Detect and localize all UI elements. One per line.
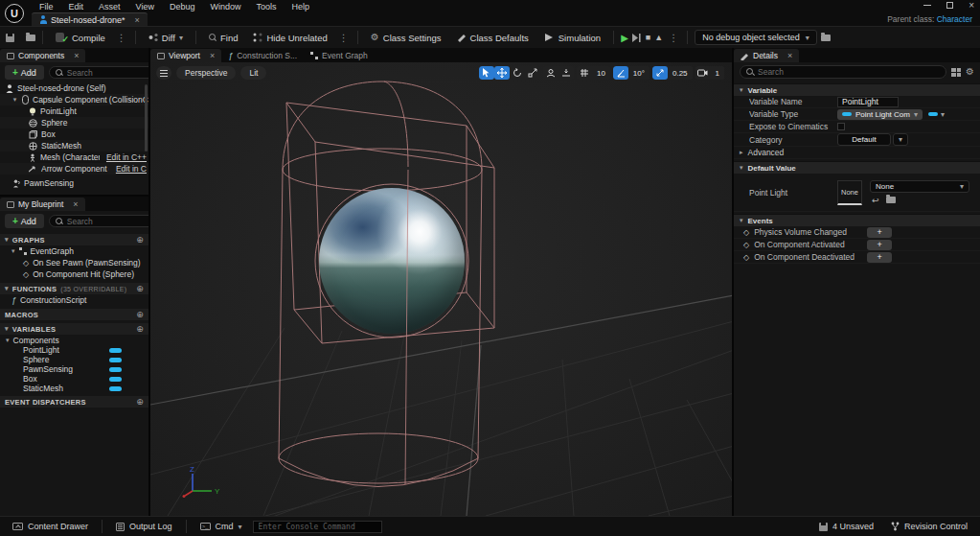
close-icon[interactable]: × [969,2,974,9]
menu-asset[interactable]: Asset [92,2,127,12]
construction-script-row[interactable]: ƒ ConstructionScript [0,294,148,306]
browse-asset-icon[interactable] [26,35,35,41]
myblueprint-search[interactable] [49,215,148,227]
tree-row-capsule[interactable]: ▾ Capsule Component (CollisionCylinde [0,94,148,105]
revision-control-button[interactable]: Revision Control [884,520,974,533]
stop-button[interactable]: ■ [646,33,650,42]
tab-construction-script[interactable]: ƒ Construction S... [221,49,304,62]
category-select[interactable]: Default [837,133,891,146]
macros-section-header[interactable]: MACROS ⊕ [0,309,148,320]
add-variable-icon[interactable]: ⊕ [136,324,144,334]
myblueprint-search-input[interactable] [67,217,148,226]
variable-row-sphere[interactable]: Sphere [0,355,148,364]
edit-in-cpp-link[interactable]: Edit in C++ [106,152,147,162]
variables-section-header[interactable]: ▾ VARIABLES ⊕ [0,323,148,335]
variable-row-pointlight[interactable]: PointLight [0,345,148,355]
components-scrollbar[interactable] [145,84,148,151]
tab-components[interactable]: Components × [0,49,85,62]
camera-speed-icon[interactable] [695,66,711,80]
tab-viewport[interactable]: Viewport × [150,49,221,62]
cmd-dropdown[interactable]: >_ Cmd ▾ [194,520,249,533]
menu-tools[interactable]: Tools [249,2,283,12]
asset-thumbnail[interactable]: None [837,180,862,205]
menu-file[interactable]: File [33,2,60,12]
add-graph-icon[interactable]: ⊕ [136,235,144,245]
details-search-input[interactable] [758,67,940,77]
class-defaults-button[interactable]: Class Defaults [451,31,535,45]
output-log-button[interactable]: Output Log [109,520,179,533]
graph-event-row[interactable]: ◇ On See Pawn (PawnSensing) [0,257,148,268]
select-tool-button[interactable] [479,66,494,80]
event-dispatchers-section-header[interactable]: EVENT DISPATCHERS ⊕ [0,396,148,408]
debug-browse-icon[interactable] [821,35,831,41]
browse-to-asset-icon[interactable] [886,197,896,203]
world-local-toggle-icon[interactable] [543,66,558,80]
find-button[interactable]: Find [203,31,243,45]
variable-row-pawnsensing[interactable]: PawnSensing [0,364,148,374]
collapse-icon[interactable]: ▾ [6,337,10,344]
default-value-section-header[interactable]: ▾ Default Value [734,161,980,174]
tab-details[interactable]: Details × [734,49,799,62]
eject-button[interactable]: ▲ [654,33,663,42]
lit-button[interactable]: Lit [240,66,266,80]
add-event-dispatcher-icon[interactable]: ⊕ [136,397,144,407]
variable-name-input[interactable] [837,97,899,107]
tree-row-box[interactable]: Box [0,128,148,140]
tree-row-pawnsensing[interactable]: PawnSensing [0,177,148,189]
chevron-down-icon[interactable]: ▾ [941,110,945,119]
parent-class-link[interactable]: Character [937,14,972,24]
minimize-icon[interactable] [923,5,931,6]
diff-button[interactable]: Diff▾ [143,31,189,45]
advanced-row[interactable]: ▸ Advanced [734,147,980,159]
add-macro-icon[interactable]: ⊕ [136,310,144,319]
sphere-mesh[interactable] [319,188,465,334]
unsaved-button[interactable]: 4 Unsaved [812,520,880,533]
hide-unrelated-button[interactable]: Hide Unrelated [247,31,332,45]
menu-edit[interactable]: Edit [62,2,91,12]
compile-options-icon[interactable]: ⋮ [115,33,128,43]
expander-icon[interactable]: ▾ [11,96,18,104]
scale-snap-value[interactable]: 0.25 [668,66,693,80]
variable-row-box[interactable]: Box [0,374,148,384]
eventgraph-row[interactable]: ▾ EventGraph [0,245,148,257]
tree-row-sphere[interactable]: Sphere [0,117,148,128]
maximize-icon[interactable] [946,2,953,9]
console-command-input[interactable] [253,521,382,533]
collapse-icon[interactable]: ▾ [11,247,15,255]
scale-tool-button[interactable] [525,66,540,80]
tree-row-mesh[interactable]: Mesh (CharacterMesh0) Edit in C++ [0,151,148,163]
frame-skip-button[interactable] [632,34,642,42]
menu-window[interactable]: Window [203,2,247,12]
myblueprint-tab-close-icon[interactable]: × [73,199,78,209]
edit-in-cpp-link[interactable]: Edit in C [116,164,147,174]
tree-row-staticmesh[interactable]: StaticMesh [0,140,148,151]
grid-snap-value[interactable]: 10 [592,66,610,80]
add-event-button[interactable]: + [867,227,892,238]
use-selected-asset-icon[interactable]: ↩ [872,196,879,205]
viewport-canvas[interactable]: Perspective Lit [150,62,732,516]
class-settings-button[interactable]: ⚙ Class Settings [365,31,447,45]
events-section-header[interactable]: ▾ Events [734,214,980,226]
variable-type-select[interactable]: Point Light Com ▾ [837,109,923,120]
container-type-pill-icon[interactable] [928,112,938,116]
grid-snap-icon[interactable] [577,66,592,80]
menu-help[interactable]: Help [285,2,316,12]
details-search[interactable] [740,65,946,79]
add-component-button[interactable]: + Add [5,65,44,80]
tab-event-graph[interactable]: Event Graph [304,49,375,62]
rotate-tool-button[interactable] [510,66,525,80]
compile-button[interactable]: ✓ Compile [50,30,111,45]
asset-tab[interactable]: Steel-nosed-drone* × [32,12,148,26]
viewport-menu-icon[interactable] [156,66,171,80]
simulation-button[interactable]: Simulation [538,31,606,45]
add-event-button[interactable]: + [867,240,892,250]
camera-speed-value[interactable]: 1 [711,66,724,80]
menu-view[interactable]: View [129,2,161,12]
debug-object-select[interactable]: No debug object selected ▾ [695,30,817,45]
rotation-snap-value[interactable]: 10° [628,66,650,80]
graphs-section-header[interactable]: ▾ GRAPHS ⊕ [0,234,148,245]
tree-row-self[interactable]: Steel-nosed-drone (Self) [0,82,148,94]
add-event-button[interactable]: + [867,252,892,263]
gear-icon[interactable]: ⚙ [966,67,974,77]
add-function-icon[interactable]: ⊕ [136,284,144,293]
